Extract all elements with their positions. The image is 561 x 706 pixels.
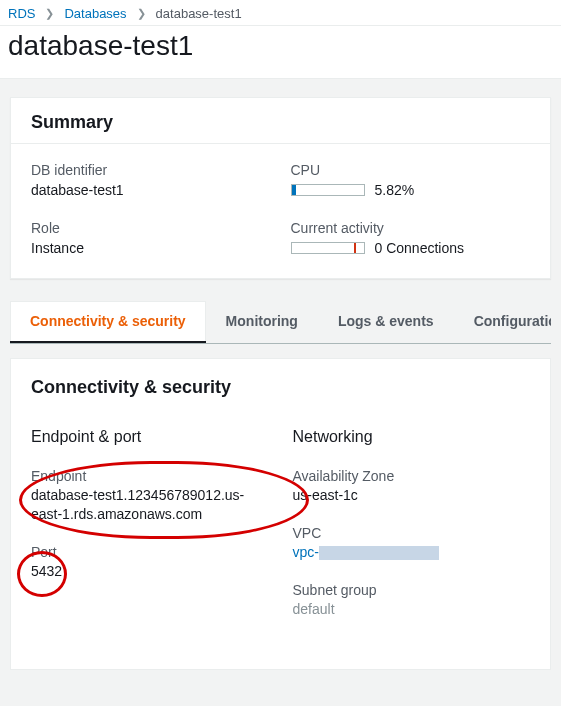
az-value: us-east-1c (293, 486, 531, 505)
cpu-value: 5.82% (375, 182, 415, 198)
breadcrumb-current: database-test1 (156, 6, 242, 21)
networking-section: Networking Availability Zone us-east-1c … (293, 428, 531, 639)
vpc-redacted (319, 546, 439, 560)
activity-bar (291, 242, 365, 254)
chevron-right-icon: ❯ (137, 7, 146, 20)
tab-configuration[interactable]: Configuration (454, 301, 551, 343)
page-title: database-test1 (0, 26, 561, 79)
networking-header: Networking (293, 428, 531, 446)
activity-label: Current activity (291, 220, 531, 236)
cpu-bar-fill (292, 185, 296, 195)
subnet-group-label: Subnet group (293, 582, 531, 598)
tab-logs-events[interactable]: Logs & events (318, 301, 454, 343)
vpc-link[interactable]: vpc- (293, 544, 319, 560)
vpc-label: VPC (293, 525, 531, 541)
chevron-right-icon: ❯ (45, 7, 54, 20)
tab-monitoring[interactable]: Monitoring (206, 301, 318, 343)
tab-connectivity-security[interactable]: Connectivity & security (10, 301, 206, 344)
endpoint-label: Endpoint (31, 468, 269, 484)
db-identifier-value: database-test1 (31, 182, 271, 198)
field-role: Role Instance (31, 220, 271, 256)
endpoint-port-section: Endpoint & port Endpoint database-test1.… (31, 428, 269, 639)
summary-header: Summary (11, 98, 550, 144)
field-activity: Current activity 0 Connections (291, 220, 531, 256)
connectivity-header: Connectivity & security (31, 377, 530, 398)
cpu-bar (291, 184, 365, 196)
connectivity-panel: Connectivity & security Endpoint & port … (10, 358, 551, 670)
breadcrumb-databases[interactable]: Databases (64, 6, 126, 21)
activity-bar-tick (354, 243, 356, 253)
role-value: Instance (31, 240, 271, 256)
cpu-label: CPU (291, 162, 531, 178)
summary-panel: Summary DB identifier database-test1 CPU… (10, 97, 551, 279)
az-label: Availability Zone (293, 468, 531, 484)
breadcrumb-rds[interactable]: RDS (8, 6, 35, 21)
field-cpu: CPU 5.82% (291, 162, 531, 198)
endpoint-value: database-test1.123456789012.us-east-1.rd… (31, 486, 269, 524)
endpoint-port-header: Endpoint & port (31, 428, 269, 446)
vpc-value: vpc- (293, 543, 531, 562)
field-db-identifier: DB identifier database-test1 (31, 162, 271, 198)
db-identifier-label: DB identifier (31, 162, 271, 178)
role-label: Role (31, 220, 271, 236)
tabs: Connectivity & security Monitoring Logs … (10, 301, 551, 344)
port-label: Port (31, 544, 269, 560)
breadcrumb: RDS ❯ Databases ❯ database-test1 (0, 0, 561, 26)
port-value: 5432 (31, 562, 269, 581)
subnet-group-value: default (293, 600, 531, 619)
activity-value: 0 Connections (375, 240, 465, 256)
